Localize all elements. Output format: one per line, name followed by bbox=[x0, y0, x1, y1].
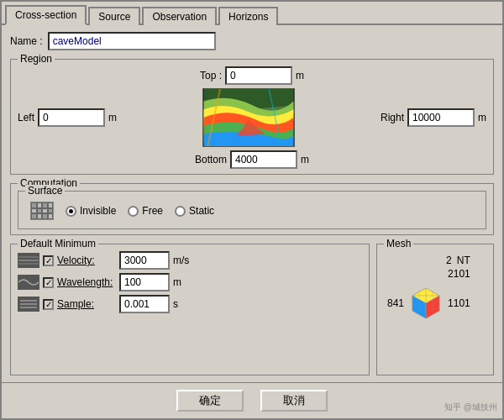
radio-invisible[interactable]: Invisible bbox=[66, 205, 116, 217]
name-input[interactable] bbox=[48, 32, 216, 50]
velocity-unit: m/s bbox=[173, 255, 189, 266]
radio-static-label: Static bbox=[189, 205, 214, 217]
mesh-val3: 1101 bbox=[448, 297, 470, 309]
right-label: Right bbox=[381, 112, 404, 123]
main-window: Cross-section Source Observation Horizon… bbox=[0, 0, 504, 420]
tab-source[interactable]: Source bbox=[88, 7, 140, 25]
ok-button[interactable]: 确定 bbox=[176, 390, 244, 412]
velocity-checkbox[interactable]: ✓ bbox=[43, 255, 54, 266]
wavelength-label: Wavelength: bbox=[57, 276, 116, 288]
region-label: Region bbox=[18, 53, 55, 65]
region-bottom-row: Bottom m bbox=[195, 150, 309, 169]
radio-row: Invisible Free Static bbox=[25, 198, 479, 223]
mesh-val2-prefix: 841 bbox=[387, 297, 404, 309]
region-group: Region Top : m Left m bbox=[10, 59, 494, 175]
radio-free-icon bbox=[128, 206, 139, 217]
mesh-group: Mesh 2 NT 2101 841 bbox=[376, 244, 494, 375]
sample-icon bbox=[18, 297, 39, 312]
default-min-label: Default Minimum bbox=[18, 238, 98, 249]
radio-free[interactable]: Free bbox=[128, 205, 163, 217]
computation-group: Computation Surface Invisible bbox=[10, 183, 494, 235]
wavelength-row: ✓ Wavelength: m bbox=[18, 273, 362, 291]
radio-static-icon bbox=[175, 206, 186, 217]
footer: 确定 取消 bbox=[2, 382, 502, 418]
radio-static[interactable]: Static bbox=[175, 205, 214, 217]
region-right: Right m bbox=[381, 108, 486, 127]
left-unit: m bbox=[108, 112, 117, 123]
velocity-label: Velocity: bbox=[57, 255, 116, 266]
cancel-button[interactable]: 取消 bbox=[260, 390, 328, 412]
mesh-val1: 2101 bbox=[448, 268, 470, 280]
svg-rect-13 bbox=[20, 303, 37, 305]
surface-label: Surface bbox=[25, 185, 65, 197]
surface-group: Surface Invisible Free bbox=[18, 191, 486, 229]
sample-checkbox[interactable]: ✓ bbox=[43, 299, 54, 310]
region-middle-row: Left m bbox=[18, 88, 486, 147]
content-area: Name : Region Top : m Left m bbox=[2, 25, 502, 382]
sample-row: ✓ Sample: s bbox=[18, 295, 362, 313]
mesh-values: 2 NT 2101 841 bbox=[387, 255, 470, 322]
right-input[interactable] bbox=[407, 108, 475, 127]
top-unit: m bbox=[296, 70, 304, 81]
svg-rect-12 bbox=[20, 300, 37, 302]
region-left: Left m bbox=[18, 108, 117, 127]
left-input[interactable] bbox=[38, 108, 105, 127]
mesh-label: Mesh bbox=[384, 238, 413, 249]
right-unit: m bbox=[478, 112, 486, 123]
wavelength-unit: m bbox=[173, 276, 181, 288]
sample-unit: s bbox=[173, 298, 178, 310]
tab-observation[interactable]: Observation bbox=[142, 7, 217, 25]
mesh-inner: 2 NT 2101 841 bbox=[384, 251, 486, 325]
tab-cross-section[interactable]: Cross-section bbox=[5, 5, 87, 25]
map-thumbnail bbox=[202, 88, 295, 147]
name-label: Name : bbox=[10, 35, 43, 47]
map-svg bbox=[203, 89, 294, 146]
wavelength-icon bbox=[18, 275, 39, 290]
radio-free-label: Free bbox=[142, 205, 163, 217]
wavelength-input[interactable] bbox=[119, 273, 170, 291]
top-label: Top : bbox=[200, 70, 222, 81]
velocity-input[interactable] bbox=[119, 251, 170, 270]
top-input[interactable] bbox=[225, 66, 292, 85]
svg-rect-14 bbox=[20, 307, 37, 308]
region-inner: Top : m Left m bbox=[18, 66, 486, 169]
radio-invisible-label: Invisible bbox=[80, 205, 116, 217]
name-row: Name : bbox=[10, 32, 494, 50]
radio-invisible-icon bbox=[66, 206, 76, 217]
bottom-section: Default Minimum ✓ Velocity: m/s ✓ bbox=[10, 240, 494, 375]
velocity-row: ✓ Velocity: m/s bbox=[18, 251, 362, 270]
default-min-group: Default Minimum ✓ Velocity: m/s ✓ bbox=[10, 244, 370, 375]
sample-input[interactable] bbox=[119, 295, 170, 313]
nt-label: NT bbox=[457, 255, 470, 266]
wavelength-checkbox[interactable]: ✓ bbox=[43, 277, 54, 288]
sample-label: Sample: bbox=[57, 298, 116, 310]
bottom-unit: m bbox=[301, 154, 309, 165]
velocity-icon bbox=[18, 253, 39, 268]
region-top-row: Top : m bbox=[200, 66, 304, 85]
bottom-label: Bottom bbox=[195, 154, 227, 165]
tab-bar: Cross-section Source Observation Horizon… bbox=[2, 2, 502, 25]
bottom-input[interactable] bbox=[230, 150, 297, 169]
mesh-cube-icon bbox=[407, 285, 444, 322]
watermark: 知乎 @城技州 bbox=[444, 402, 497, 413]
tab-horizons[interactable]: Horizons bbox=[218, 7, 278, 25]
left-label: Left bbox=[18, 112, 34, 123]
nt-value: 2 bbox=[446, 255, 452, 266]
